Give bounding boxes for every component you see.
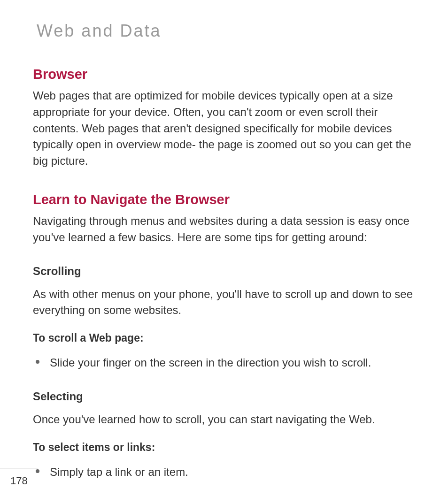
footer-rule xyxy=(0,468,38,468)
section-heading-navigate: Learn to Navigate the Browser xyxy=(33,192,415,207)
subhead-selecting: Selecting xyxy=(33,390,415,403)
page-footer: 178 xyxy=(0,468,38,487)
scrolling-bullet-text: Slide your finger on the screen in the d… xyxy=(50,355,371,371)
scrolling-bullet-row: Slide your finger on the screen in the d… xyxy=(33,355,415,371)
scrolling-body: As with other menus on your phone, you'l… xyxy=(33,286,415,319)
selecting-body: Once you've learned how to scroll, you c… xyxy=(33,412,415,428)
section-body-navigate: Navigating through menus and websites du… xyxy=(33,213,415,246)
selecting-bullet-text: Simply tap a link or an item. xyxy=(50,464,188,481)
section-heading-browser: Browser xyxy=(33,67,415,82)
section-body-browser: Web pages that are optimized for mobile … xyxy=(33,88,415,169)
subhead-scrolling: Scrolling xyxy=(33,265,415,278)
page-number: 178 xyxy=(10,475,38,487)
scrolling-howto-label: To scroll a Web page: xyxy=(33,332,415,344)
bullet-icon xyxy=(36,360,39,364)
page-title: Web and Data xyxy=(37,21,415,41)
selecting-howto-label: To select items or links: xyxy=(33,441,415,454)
selecting-bullet-row: Simply tap a link or an item. xyxy=(33,464,415,481)
